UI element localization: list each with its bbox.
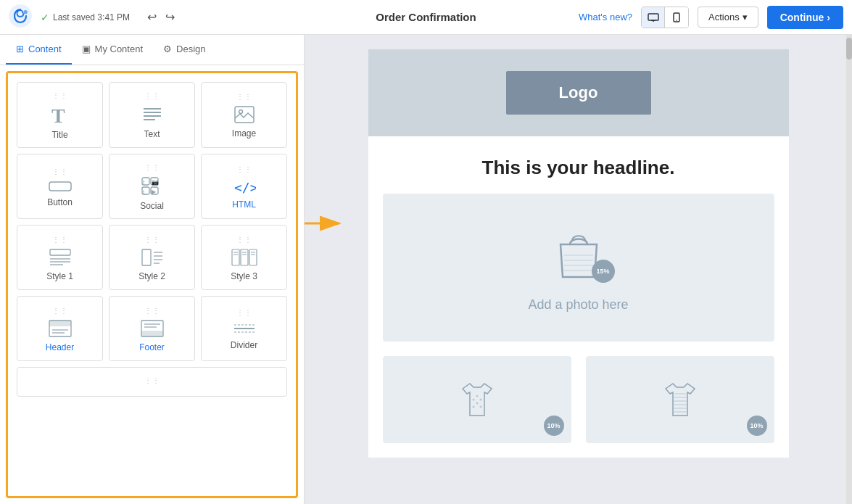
svg-rect-2 bbox=[648, 14, 658, 20]
drag-handle: ⋮⋮ bbox=[236, 309, 252, 317]
style1-icon bbox=[49, 248, 72, 267]
chevron-down-icon: ▾ bbox=[743, 12, 748, 22]
desktop-view-button[interactable] bbox=[642, 7, 665, 28]
grid-item-style3[interactable]: ⋮⋮ Styl bbox=[201, 225, 287, 290]
shirt-icon-2 bbox=[658, 378, 702, 421]
grid-item-social[interactable]: ⋮⋮ f 📷 t ▶ bbox=[109, 154, 195, 219]
arrow-right-icon: › bbox=[827, 12, 830, 23]
canvas-area: Logo This is your headline. bbox=[305, 35, 852, 504]
drag-handle: ⋮⋮ bbox=[52, 307, 68, 315]
photo-placeholder-label: Add a photo here bbox=[528, 297, 628, 313]
svg-point-63 bbox=[472, 406, 474, 408]
actions-button[interactable]: Actions ▾ bbox=[698, 7, 758, 28]
drag-handle: ⋮⋮ bbox=[144, 164, 160, 172]
product-card-1: 10% bbox=[383, 356, 571, 443]
view-toggle bbox=[641, 7, 689, 28]
product-card-2: 10% bbox=[586, 356, 774, 443]
email-headline: This is your headline. bbox=[368, 136, 789, 194]
drag-handle: ⋮⋮ bbox=[236, 93, 252, 101]
grid-item-divider[interactable]: ⋮⋮ Divider bbox=[201, 296, 287, 361]
main-layout: ⊞ Content ▣ My Content ⚙ Design ⋮⋮ T bbox=[0, 35, 852, 504]
divider-icon bbox=[233, 321, 256, 336]
svg-rect-14 bbox=[49, 182, 71, 191]
drag-handle: ⋮⋮ bbox=[52, 168, 68, 175]
app-logo bbox=[9, 4, 32, 30]
left-panel: ⊞ Content ▣ My Content ⚙ Design ⋮⋮ T bbox=[0, 35, 305, 504]
svg-rect-24 bbox=[50, 249, 70, 255]
shirt-icon-1 bbox=[455, 378, 499, 421]
badge-15: 15% bbox=[592, 260, 615, 283]
svg-point-62 bbox=[476, 402, 478, 405]
scrollbar-thumb[interactable] bbox=[846, 38, 852, 59]
html-label: HTML bbox=[232, 199, 256, 210]
tab-content[interactable]: ⊞ Content bbox=[6, 35, 72, 65]
topbar: ✓ Last saved 3:41 PM ↩ ↪ Order Confirmat… bbox=[0, 0, 852, 35]
grid-item-html[interactable]: ⋮⋮ </> HTML bbox=[201, 154, 287, 219]
drag-handle: ⋮⋮ bbox=[236, 236, 252, 244]
undo-button[interactable]: ↩ bbox=[144, 7, 160, 27]
scrollbar[interactable] bbox=[846, 35, 852, 504]
svg-rect-43 bbox=[49, 321, 71, 326]
check-icon: ✓ bbox=[41, 12, 49, 23]
undo-redo-group: ↩ ↪ bbox=[144, 7, 178, 27]
image-label: Image bbox=[232, 128, 256, 139]
svg-point-60 bbox=[476, 395, 478, 397]
social-icon: f 📷 t ▶ bbox=[141, 176, 164, 197]
grid-item-style2[interactable]: ⋮⋮ Style 2 bbox=[109, 225, 195, 290]
mobile-view-button[interactable] bbox=[665, 7, 688, 28]
grid-item-style1[interactable]: ⋮⋮ Style 1 bbox=[17, 225, 103, 290]
header-label: Header bbox=[46, 342, 74, 352]
style3-icon bbox=[231, 248, 257, 267]
svg-text:▶: ▶ bbox=[152, 189, 157, 195]
svg-point-59 bbox=[472, 399, 474, 401]
svg-rect-34 bbox=[241, 249, 248, 265]
grid-item-text[interactable]: ⋮⋮ Text bbox=[109, 82, 195, 148]
content-tab-icon: ⊞ bbox=[16, 44, 24, 54]
svg-point-6 bbox=[676, 20, 677, 21]
tab-my-content[interactable]: ▣ My Content bbox=[72, 35, 153, 65]
whats-new-link[interactable]: What's new? bbox=[579, 12, 632, 22]
divider-label: Divider bbox=[231, 340, 257, 350]
svg-rect-12 bbox=[235, 107, 254, 123]
content-grid: ⋮⋮ T Title ⋮⋮ bbox=[6, 71, 298, 498]
my-content-tab-icon: ▣ bbox=[82, 44, 91, 54]
svg-point-61 bbox=[479, 399, 481, 401]
redo-button[interactable]: ↪ bbox=[162, 7, 178, 27]
email-preview: Logo This is your headline. bbox=[368, 49, 789, 458]
tab-design[interactable]: ⚙ Design bbox=[153, 35, 215, 65]
social-label: Social bbox=[140, 201, 164, 211]
grid-item-button[interactable]: ⋮⋮ Button bbox=[17, 154, 103, 219]
grid-item-image[interactable]: ⋮⋮ Image bbox=[201, 82, 287, 148]
grid-item-header[interactable]: ⋮⋮ Header bbox=[17, 296, 103, 361]
svg-rect-28 bbox=[142, 249, 151, 265]
svg-rect-33 bbox=[232, 249, 239, 265]
drag-handle: ⋮⋮ bbox=[144, 376, 160, 384]
svg-point-1 bbox=[23, 10, 27, 14]
footer-label: Footer bbox=[139, 342, 165, 352]
button-icon bbox=[48, 180, 73, 193]
svg-text:T: T bbox=[51, 104, 65, 125]
logo-placeholder: Logo bbox=[506, 71, 651, 115]
continue-button[interactable]: Continue › bbox=[767, 6, 843, 29]
title-label: Title bbox=[51, 130, 67, 140]
style2-label: Style 2 bbox=[138, 271, 165, 281]
header-icon bbox=[49, 319, 72, 338]
svg-text:📷: 📷 bbox=[152, 178, 159, 186]
grid-item-footer[interactable]: ⋮⋮ Footer bbox=[109, 296, 195, 361]
svg-text:</>: </> bbox=[234, 180, 256, 195]
drag-handle: ⋮⋮ bbox=[52, 91, 68, 99]
email-products: 10% 10% bbox=[368, 342, 789, 458]
panel-tabs: ⊞ Content ▣ My Content ⚙ Design bbox=[0, 35, 304, 65]
document-title: Order Confirmation bbox=[376, 11, 476, 23]
badge-10a: 10% bbox=[544, 416, 564, 436]
grid-item-extra: ⋮⋮ bbox=[17, 367, 287, 397]
button-label: Button bbox=[47, 197, 73, 207]
design-tab-icon: ⚙ bbox=[163, 44, 172, 54]
drag-handle: ⋮⋮ bbox=[144, 92, 160, 100]
svg-point-64 bbox=[479, 406, 481, 408]
email-photo-section: 15% Add a photo here bbox=[383, 194, 774, 342]
grid-item-title[interactable]: ⋮⋮ T Title bbox=[17, 82, 103, 148]
saved-status: ✓ Last saved 3:41 PM bbox=[41, 12, 130, 23]
photo-icon-wrap: 15% bbox=[550, 223, 608, 290]
style3-label: Style 3 bbox=[231, 271, 257, 281]
